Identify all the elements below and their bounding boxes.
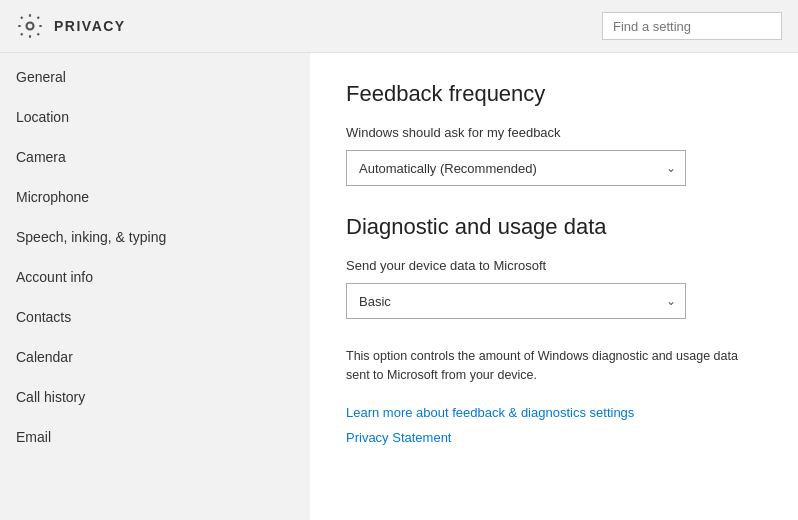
feedback-section: Feedback frequency Windows should ask fo… [346,81,762,186]
privacy-statement-link[interactable]: Privacy Statement [346,430,762,445]
header-title: PRIVACY [54,18,126,34]
diagnostic-label: Send your device data to Microsoft [346,258,762,273]
sidebar-item-general[interactable]: General [0,57,310,97]
sidebar-item-call-history[interactable]: Call history [0,377,310,417]
sidebar-item-account-info[interactable]: Account info [0,257,310,297]
feedback-dropdown-wrapper: Automatically (Recommended) Always Once … [346,150,686,186]
main-container: General Location Camera Microphone Speec… [0,53,798,520]
sidebar-item-microphone[interactable]: Microphone [0,177,310,217]
diagnostic-dropdown-wrapper: Basic Enhanced Full ⌄ [346,283,686,319]
svg-point-0 [27,23,34,30]
header: PRIVACY [0,0,798,53]
diagnostic-data-select[interactable]: Basic Enhanced Full [346,283,686,319]
sidebar-item-speech[interactable]: Speech, inking, & typing [0,217,310,257]
sidebar-item-calendar[interactable]: Calendar [0,337,310,377]
diagnostic-description: This option controls the amount of Windo… [346,347,762,385]
feedback-label: Windows should ask for my feedback [346,125,762,140]
gear-icon [16,12,44,40]
sidebar-item-contacts[interactable]: Contacts [0,297,310,337]
search-input[interactable] [602,12,782,40]
diagnostic-title: Diagnostic and usage data [346,214,762,240]
learn-more-link[interactable]: Learn more about feedback & diagnostics … [346,405,762,420]
sidebar-item-camera[interactable]: Camera [0,137,310,177]
header-left: PRIVACY [16,12,126,40]
feedback-frequency-select[interactable]: Automatically (Recommended) Always Once … [346,150,686,186]
sidebar-item-email[interactable]: Email [0,417,310,457]
feedback-title: Feedback frequency [346,81,762,107]
diagnostic-section: Diagnostic and usage data Send your devi… [346,214,762,445]
content-area: Feedback frequency Windows should ask fo… [310,53,798,520]
sidebar-item-location[interactable]: Location [0,97,310,137]
sidebar: General Location Camera Microphone Speec… [0,53,310,520]
